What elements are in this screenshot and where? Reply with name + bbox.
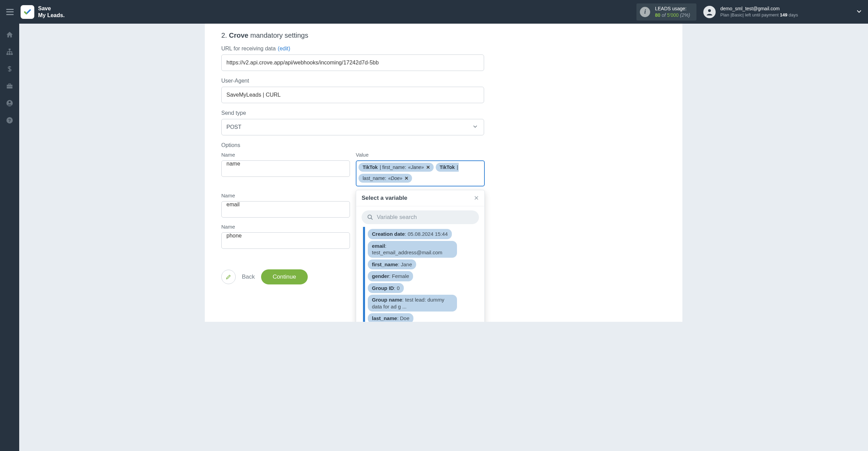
variable-option[interactable]: email: test_email_address@mail.com [368, 241, 457, 258]
url-label: URL for receiving data (edit) [221, 46, 666, 52]
option-name-input-2[interactable] [221, 232, 350, 249]
section-title: 2. Crove mandatory settings [221, 32, 666, 39]
option-value-input-0[interactable]: TikTok | first_name: «Jane» ✕ TikTok | l… [356, 160, 485, 186]
variable-option[interactable]: last_name: Doe [368, 313, 413, 322]
svg-rect-1 [9, 49, 11, 50]
avatar-icon [703, 6, 716, 18]
variable-search-input[interactable] [362, 210, 479, 224]
sitemap-icon[interactable] [5, 48, 14, 56]
usage-label: LEADS usage: [655, 5, 690, 12]
settings-card: 2. Crove mandatory settings URL for rece… [205, 24, 682, 322]
remove-chip-icon[interactable]: ✕ [426, 164, 430, 170]
variable-chip-continued[interactable]: last_name: «Doe» ✕ [359, 174, 412, 183]
edit-url-link[interactable]: (edit) [278, 46, 290, 52]
account-email: demo_sml_test@gmail.com [720, 5, 798, 12]
check-icon [23, 8, 32, 16]
close-icon[interactable]: ✕ [474, 194, 479, 202]
app-header: Save My Leads. i LEADS usage: 80 of 5'00… [0, 0, 868, 24]
options-label: Options [221, 142, 666, 148]
help-icon[interactable]: ? [5, 116, 14, 124]
option-name-input-0[interactable] [221, 160, 350, 177]
option-name-input-1[interactable] [221, 201, 350, 218]
user-agent-label: User-Agent [221, 78, 666, 84]
briefcase-icon[interactable] [5, 82, 14, 90]
name-column-label: Name [221, 224, 350, 230]
account-menu[interactable]: demo_sml_test@gmail.com Plan |Basic| lef… [703, 5, 862, 18]
send-type-label: Send type [221, 110, 666, 116]
dropdown-title: Select a variable [362, 195, 407, 202]
send-type-select[interactable]: POST [221, 119, 484, 135]
home-icon[interactable] [5, 31, 14, 39]
variable-chip[interactable]: TikTok | [436, 163, 459, 172]
svg-rect-6 [7, 86, 13, 87]
svg-rect-3 [9, 53, 11, 55]
usage-values: 80 of 5'000 (2%) [655, 12, 690, 18]
edit-button[interactable] [221, 270, 236, 284]
back-button[interactable]: Back [242, 273, 255, 280]
svg-rect-2 [7, 53, 9, 55]
variable-option[interactable]: Group name: test lead: dummy data for ad… [368, 295, 457, 312]
app-name: Save My Leads. [38, 5, 64, 18]
variable-option[interactable]: Creation date: 05.08.2024 15:44 [368, 229, 452, 239]
variable-option[interactable]: first_name: Jane [368, 259, 416, 270]
svg-rect-5 [7, 85, 13, 88]
usage-box[interactable]: i LEADS usage: 80 of 5'000 (2%) [636, 3, 696, 21]
app-logo [21, 5, 34, 19]
svg-point-8 [9, 101, 11, 103]
svg-text:?: ? [8, 118, 11, 123]
menu-toggle-button[interactable] [6, 9, 14, 15]
svg-point-11 [368, 215, 372, 219]
variable-option[interactable]: gender: Female [368, 271, 413, 281]
url-field[interactable] [221, 54, 484, 71]
chevron-down-icon[interactable] [856, 9, 862, 15]
name-column-label: Name [221, 152, 350, 158]
pencil-icon [225, 274, 232, 280]
svg-rect-4 [11, 53, 13, 55]
variable-dropdown: Select a variable ✕ Creation date: 05.08… [356, 190, 485, 322]
sidebar: ? [0, 24, 19, 322]
value-column-label: Value [356, 152, 485, 158]
svg-point-0 [708, 9, 711, 12]
info-icon: i [640, 7, 650, 17]
dollar-icon[interactable] [5, 65, 14, 73]
chevron-down-icon [473, 124, 478, 130]
user-circle-icon[interactable] [5, 99, 14, 107]
variable-chip[interactable]: TikTok | first_name: «Jane» ✕ [359, 163, 434, 172]
user-agent-field[interactable] [221, 87, 484, 103]
remove-chip-icon[interactable]: ✕ [404, 175, 409, 181]
account-plan: Plan |Basic| left until payment 149 days [720, 12, 798, 18]
variable-option[interactable]: Group ID: 0 [368, 283, 404, 293]
user-icon [705, 8, 714, 16]
name-column-label: Name [221, 193, 350, 198]
continue-button[interactable]: Continue [261, 269, 308, 284]
search-icon [367, 214, 373, 221]
